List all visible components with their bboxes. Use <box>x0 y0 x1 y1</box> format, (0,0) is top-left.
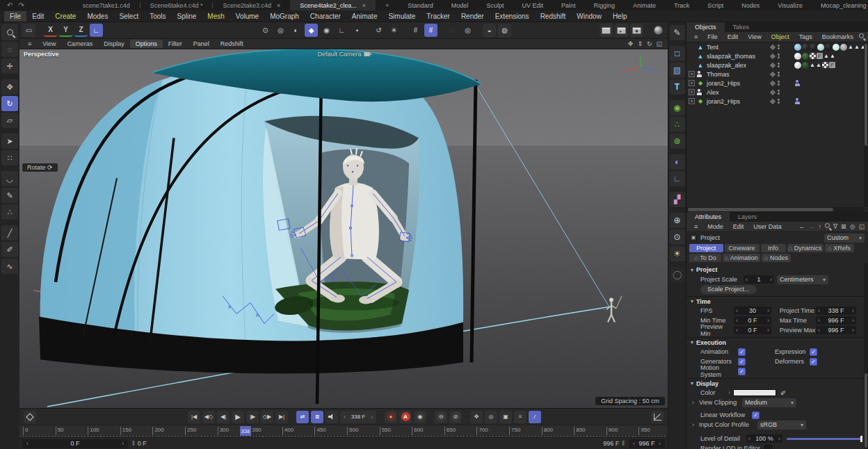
previous-frame-button[interactable]: ◀| <box>217 411 230 423</box>
viewport-menu-options[interactable]: Options <box>130 40 163 48</box>
viewport-menu-cameras[interactable]: Cameras <box>62 40 99 48</box>
preview-max-spinner[interactable]: 996 F <box>816 326 856 334</box>
layout-mocap-cleaning[interactable]: Mocap_cleaning (User) <box>812 2 868 9</box>
loop-playback-button[interactable]: ⇄ <box>296 411 309 423</box>
set-keyframe-button[interactable] <box>24 411 36 423</box>
polygons-mode-button[interactable]: ◐ <box>289 24 303 37</box>
selection-tag[interactable]: ▲ <box>830 53 835 59</box>
object-row-tent[interactable]: ▲ Tent ▲▲▲▲▲▲ <box>686 42 868 51</box>
menu-tools[interactable]: Tools <box>144 11 171 22</box>
back-icon[interactable] <box>799 223 805 230</box>
expression-checkbox[interactable] <box>810 348 817 356</box>
render-lod-checkbox[interactable] <box>764 445 772 449</box>
material-tag[interactable] <box>802 62 809 69</box>
menu-help[interactable]: Help <box>607 11 633 22</box>
project-group-header[interactable]: Project <box>686 265 868 275</box>
brush-tool[interactable]: ╱ <box>1 225 18 240</box>
tab-takes[interactable]: Takes <box>725 22 758 32</box>
model-mode-button[interactable]: ◆ <box>305 24 318 37</box>
filter-icon[interactable] <box>833 223 837 230</box>
goto-previous-key-button[interactable]: ◀◇ <box>202 411 215 423</box>
auto-snap-icon[interactable]: ◍ <box>498 24 511 37</box>
goto-next-key-button[interactable]: ◇▶ <box>261 411 273 423</box>
cube-primitive-icon[interactable]: ▧ <box>670 63 685 78</box>
visibility-dots[interactable] <box>778 63 780 67</box>
object-axis-mode-button[interactable]: ∟ <box>335 24 348 37</box>
record-keyframe-button[interactable]: ● <box>385 411 397 423</box>
panel-popout-icon[interactable] <box>858 223 865 230</box>
am-menu-user-data[interactable]: User Data <box>749 222 786 231</box>
min-time-spinner[interactable]: 0 F <box>734 316 771 325</box>
layout-script[interactable]: Script <box>698 2 732 9</box>
goto-start-button[interactable]: |◀ <box>188 411 200 423</box>
x-axis-lock-button[interactable]: X <box>44 24 57 37</box>
xpresso-icon[interactable]: ▞ <box>670 192 685 207</box>
parent-icon[interactable] <box>819 223 822 230</box>
om-horizontal-scrollbar[interactable] <box>686 207 864 212</box>
document-tab[interactable]: Scene6take4.c4d * <box>140 0 213 10</box>
selection-tag[interactable]: ▲ <box>848 44 853 50</box>
next-frame-button[interactable]: |▶ <box>246 411 259 423</box>
layout-animate[interactable]: Animate <box>624 2 665 9</box>
menu-spline[interactable]: Spline <box>172 11 202 22</box>
generators-checkbox[interactable] <box>738 358 746 366</box>
sculpt-smooth-tool[interactable]: ◡ <box>1 171 18 186</box>
linear-workflow-checkbox[interactable] <box>752 411 760 419</box>
close-tab-icon[interactable] <box>362 2 366 9</box>
rotation-band-icon[interactable]: ◌ <box>446 24 459 37</box>
light-icon[interactable]: ☀ <box>670 246 685 261</box>
display-group-header[interactable]: Display <box>686 378 868 388</box>
material-tag[interactable] <box>794 62 801 69</box>
tab-objects[interactable]: Objects <box>686 22 725 32</box>
live-selection-tool[interactable]: ◌ <box>1 42 18 57</box>
expand-icon[interactable]: + <box>689 71 695 77</box>
camera-label[interactable]: Default Camera <box>317 51 369 58</box>
record-rotation-button[interactable]: ⊘ <box>449 411 462 423</box>
workplane-icon[interactable]: ▭ <box>22 24 35 37</box>
scale-project-button[interactable]: Scale Project... <box>700 285 757 294</box>
close-tab-icon[interactable] <box>277 2 280 9</box>
section-tab-todo[interactable]: To Do <box>689 254 721 262</box>
search-icon[interactable] <box>825 223 830 228</box>
layout-uv-edit[interactable]: UV Edit <box>513 2 552 9</box>
viewport-menu-panel[interactable]: Panel <box>188 40 215 48</box>
z-axis-lock-button[interactable]: Z <box>74 24 88 37</box>
forward-icon[interactable] <box>809 223 815 230</box>
layer-icon[interactable] <box>770 71 775 76</box>
am-menu-edit[interactable]: Edit <box>729 222 748 231</box>
menu-redshift[interactable]: Redshift <box>535 11 572 22</box>
quantize-icon[interactable]: ◎ <box>461 24 474 37</box>
expand-icon[interactable]: + <box>689 98 695 104</box>
am-menu-mode[interactable]: Mode <box>703 222 728 231</box>
project-time-spinner[interactable]: 338 F <box>816 307 856 315</box>
enable-snap-button[interactable]: # <box>424 24 437 37</box>
camera-object-icon[interactable]: ⊙ <box>670 229 685 245</box>
goto-end-button[interactable]: ▶| <box>275 411 288 423</box>
texture-tag[interactable] <box>822 62 828 68</box>
preview-min-spinner[interactable]: 0 F <box>734 326 771 334</box>
menu-volume[interactable]: Volume <box>230 11 264 22</box>
deformers-checkbox[interactable] <box>810 358 817 366</box>
redshift-render-button[interactable] <box>652 24 665 37</box>
visibility-dots[interactable] <box>778 90 780 95</box>
search-icon[interactable] <box>859 33 864 38</box>
material-tag[interactable] <box>817 44 824 51</box>
rotate-view-icon[interactable]: ↻ <box>647 40 652 47</box>
om-menu-edit[interactable]: Edit <box>723 33 743 41</box>
preset-dropdown[interactable]: Custom▾ <box>824 234 865 243</box>
max-time-spinner[interactable]: 996 F <box>816 316 856 325</box>
character-tag[interactable] <box>794 80 800 86</box>
menu-window[interactable]: Window <box>571 11 607 22</box>
timeline-ruler[interactable]: 338 050100150200250300350400450500550600… <box>19 425 668 437</box>
modeling-settings-icon[interactable]: ✳ <box>387 24 401 37</box>
record-point-level-button[interactable]: ◎ <box>485 411 497 423</box>
phong-tag[interactable]: F <box>817 53 823 59</box>
material-tag[interactable] <box>810 44 817 51</box>
untriangulate-icon[interactable]: ↺ <box>372 24 385 37</box>
line-pen-tool[interactable]: ✐ <box>1 242 18 257</box>
y-axis-lock-button[interactable]: Y <box>59 24 72 37</box>
object-row-joran2-hips-2[interactable]: + ◆ joran2_Hips <box>686 97 868 106</box>
spline-sketch-tool[interactable]: ∿ <box>1 259 18 274</box>
viewport-menu-display[interactable]: Display <box>98 40 130 48</box>
pan-view-icon[interactable]: ✥ <box>628 40 634 47</box>
